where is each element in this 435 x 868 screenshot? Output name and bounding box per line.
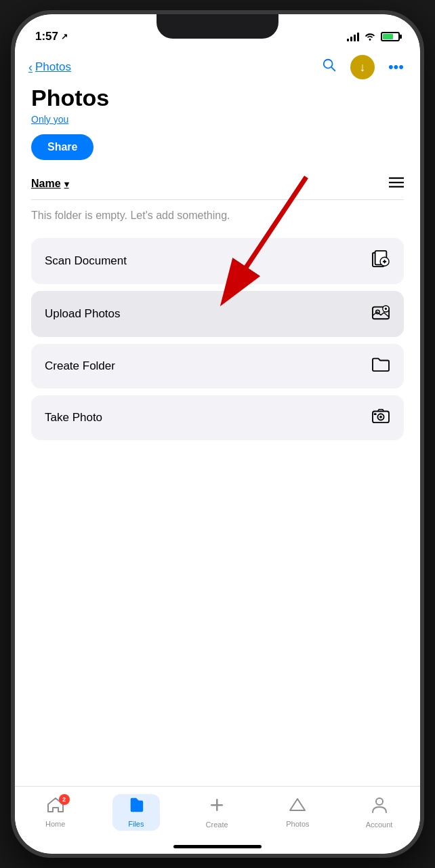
location-icon: ↗ <box>61 32 68 41</box>
create-icon <box>208 796 226 818</box>
svg-rect-20 <box>374 413 377 415</box>
create-folder-item[interactable]: Create Folder <box>31 344 404 389</box>
tab-files-label: Files <box>128 820 144 828</box>
tab-account[interactable]: Account <box>355 793 404 831</box>
home-badge: 2 <box>59 794 70 805</box>
download-button[interactable]: ↓ <box>350 55 375 79</box>
back-button[interactable]: ‹ Photos <box>28 60 71 75</box>
svg-point-24 <box>376 798 383 805</box>
files-icon <box>127 797 145 817</box>
list-view-button[interactable] <box>389 175 404 193</box>
content-area: Photos Only you Share Name ▾ This folder… <box>15 85 420 786</box>
svg-rect-11 <box>384 260 386 264</box>
download-icon: ↓ <box>359 60 365 75</box>
search-icon[interactable] <box>322 58 337 77</box>
upload-photos-icon <box>371 303 390 325</box>
sort-chevron-icon: ▾ <box>64 179 69 189</box>
phone-frame: 1:57 ↗ <box>11 10 424 858</box>
notch <box>157 14 278 39</box>
tab-account-label: Account <box>366 821 393 829</box>
scan-document-icon <box>371 250 390 272</box>
tab-files[interactable]: Files <box>112 794 160 831</box>
page-title: Photos <box>31 85 404 111</box>
svg-line-3 <box>331 67 335 71</box>
nav-icons: ↓ ••• <box>322 55 404 79</box>
tab-home[interactable]: 2 Home <box>32 794 79 831</box>
take-photo-label: Take Photo <box>45 411 102 425</box>
sort-row: Name ▾ <box>31 175 404 200</box>
signal-bars <box>347 32 359 41</box>
upload-photos-item[interactable]: Upload Photos <box>31 291 404 337</box>
account-icon <box>371 796 388 818</box>
phone-screen: 1:57 ↗ <box>15 14 420 854</box>
svg-point-19 <box>379 416 382 418</box>
sort-button[interactable]: Name ▾ <box>31 178 69 190</box>
home-icon: 2 <box>47 797 64 817</box>
back-chevron-icon: ‹ <box>28 60 33 75</box>
home-indicator <box>173 845 262 848</box>
take-photo-item[interactable]: Take Photo <box>31 395 404 440</box>
empty-message: This folder is empty. Let's add somethin… <box>31 210 404 222</box>
svg-rect-22 <box>211 804 223 806</box>
status-time: 1:57 ↗ <box>35 30 68 43</box>
action-list: Scan Document Upload Photos <box>31 238 404 440</box>
create-folder-icon <box>371 356 390 376</box>
more-options-button[interactable]: ••• <box>388 58 404 76</box>
svg-marker-23 <box>290 799 305 810</box>
tab-create[interactable]: Create <box>193 793 241 831</box>
tab-create-label: Create <box>206 821 228 829</box>
wifi-icon <box>364 31 376 43</box>
create-folder-label: Create Folder <box>45 359 115 373</box>
take-photo-icon <box>371 408 390 428</box>
tab-bar: 2 Home Files <box>15 786 420 845</box>
tab-photos[interactable]: Photos <box>274 794 321 831</box>
upload-photos-label: Upload Photos <box>45 307 121 321</box>
status-icons <box>347 31 400 43</box>
tab-home-label: Home <box>45 820 65 828</box>
tab-photos-label: Photos <box>286 820 309 828</box>
scan-document-item[interactable]: Scan Document <box>31 238 404 284</box>
scan-document-label: Scan Document <box>45 254 127 268</box>
battery-icon <box>381 32 400 41</box>
photos-tab-icon <box>289 797 306 817</box>
back-label: Photos <box>35 60 71 74</box>
share-button[interactable]: Share <box>31 134 94 160</box>
svg-rect-16 <box>386 308 387 311</box>
page-subtitle[interactable]: Only you <box>31 114 404 125</box>
nav-header: ‹ Photos ↓ ••• <box>15 50 420 85</box>
